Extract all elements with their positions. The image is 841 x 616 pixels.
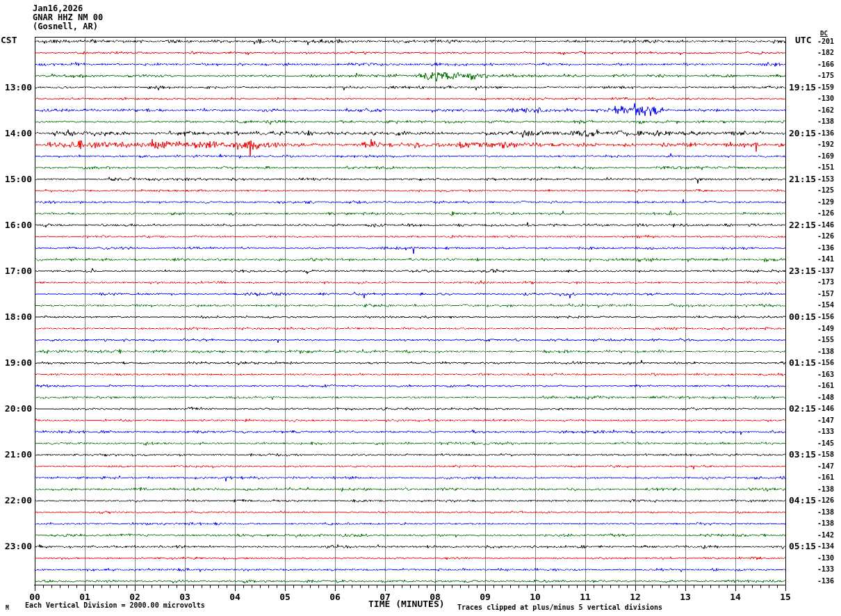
dc-offset-value: -125 bbox=[817, 187, 834, 194]
utc-hour-label: 04:15 bbox=[789, 496, 816, 505]
dc-offset-value: -126 bbox=[817, 497, 834, 504]
cst-hour-label: 22:00 bbox=[0, 496, 32, 505]
cst-hour-label: 15:00 bbox=[0, 175, 32, 184]
dc-offset-value: -136 bbox=[817, 245, 834, 252]
cst-hour-label: 17:00 bbox=[0, 266, 32, 275]
dc-offset-value: -156 bbox=[817, 314, 834, 321]
cst-hour-label: 13:00 bbox=[0, 83, 32, 92]
utc-hour-label: 19:15 bbox=[789, 83, 816, 92]
dc-offset-value: -129 bbox=[817, 199, 834, 206]
dc-offset-value: -133 bbox=[817, 566, 834, 573]
cst-hour-label: 21:00 bbox=[0, 450, 32, 459]
scale-note: Each Vertical Division = 2000.00 microvo… bbox=[25, 602, 205, 609]
minute-tick-label: 08 bbox=[424, 592, 446, 601]
dc-offset-value: -138 bbox=[817, 118, 834, 125]
dc-offset-value: -151 bbox=[817, 164, 834, 171]
dc-offset-value: -136 bbox=[817, 130, 834, 137]
minute-tick-label: 15 bbox=[774, 592, 797, 601]
dc-offset-value: -145 bbox=[817, 440, 834, 447]
minute-tick-label: 02 bbox=[124, 592, 146, 601]
dc-offset-value: -173 bbox=[817, 279, 834, 286]
title-station: GNAR HHZ NM 00 bbox=[33, 13, 103, 22]
minute-tick-label: 11 bbox=[574, 592, 596, 601]
seismogram-canvas bbox=[0, 0, 841, 616]
minute-tick-label: 09 bbox=[474, 592, 496, 601]
dc-offset-value: -156 bbox=[817, 359, 834, 366]
cst-hour-label: 14:00 bbox=[0, 129, 32, 138]
dc-offset-value: -161 bbox=[817, 382, 834, 389]
dc-offset-value: -163 bbox=[817, 371, 834, 378]
minute-tick-label: 03 bbox=[174, 592, 196, 601]
minute-tick-label: 13 bbox=[674, 592, 696, 601]
minute-tick-label: 10 bbox=[524, 592, 546, 601]
dc-offset-value: -155 bbox=[817, 337, 834, 343]
utc-hour-label: 23:15 bbox=[789, 266, 816, 275]
dc-offset-value: -138 bbox=[817, 520, 834, 527]
dc-offset-value: -182 bbox=[817, 49, 834, 56]
utc-hour-label: 21:15 bbox=[789, 175, 816, 184]
title-location: (Gosnell, AR) bbox=[33, 22, 98, 31]
dc-offset-value: -147 bbox=[817, 417, 834, 424]
dc-offset-value: -142 bbox=[817, 532, 834, 539]
corner-mark: M bbox=[6, 606, 9, 611]
dc-offset-value: -166 bbox=[817, 61, 834, 68]
dc-offset-value: -161 bbox=[817, 474, 834, 481]
utc-hour-label: 03:15 bbox=[789, 450, 816, 459]
dc-offset-value: -158 bbox=[817, 451, 834, 458]
minute-tick-label: 00 bbox=[24, 592, 46, 601]
utc-hour-label: 22:15 bbox=[789, 220, 816, 229]
minute-tick-label: 06 bbox=[324, 592, 346, 601]
dc-offset-value: -126 bbox=[817, 233, 834, 240]
dc-offset-value: -201 bbox=[817, 38, 834, 45]
utc-hour-label: 02:15 bbox=[789, 404, 816, 413]
dc-offset-value: -153 bbox=[817, 176, 834, 183]
helicorder-page: Jan16,2026 GNAR HHZ NM 00 (Gosnell, AR) … bbox=[0, 0, 841, 616]
utc-hour-label: 20:15 bbox=[789, 129, 816, 138]
dc-offset-value: -146 bbox=[817, 405, 834, 412]
title-date: Jan16,2026 bbox=[33, 4, 83, 13]
dc-offset-value: -147 bbox=[817, 463, 834, 470]
cst-hour-label: 19:00 bbox=[0, 358, 32, 367]
dc-offset-value: -148 bbox=[817, 394, 834, 401]
minute-tick-label: 07 bbox=[374, 592, 396, 601]
utc-hour-label: 00:15 bbox=[789, 312, 816, 321]
utc-hour-label: 05:15 bbox=[789, 542, 816, 551]
dc-column-header: DC bbox=[820, 31, 828, 37]
dc-offset-value: -136 bbox=[817, 578, 834, 585]
utc-axis-label: UTC bbox=[795, 35, 811, 44]
minute-tick-label: 12 bbox=[624, 592, 646, 601]
minute-tick-label: 05 bbox=[274, 592, 296, 601]
cst-hour-label: 20:00 bbox=[0, 404, 32, 413]
dc-offset-value: -126 bbox=[817, 210, 834, 217]
dc-offset-value: -162 bbox=[817, 107, 834, 114]
minute-tick-label: 04 bbox=[224, 592, 246, 601]
minute-tick-label: 01 bbox=[74, 592, 96, 601]
cst-hour-label: 16:00 bbox=[0, 220, 32, 229]
dc-offset-value: -154 bbox=[817, 302, 834, 309]
dc-offset-value: -149 bbox=[817, 325, 834, 332]
dc-offset-value: -192 bbox=[817, 141, 834, 148]
clip-note: Traces clipped at plus/minus 5 vertical … bbox=[457, 604, 662, 611]
dc-offset-value: -175 bbox=[817, 72, 834, 79]
dc-offset-value: -130 bbox=[817, 555, 834, 562]
dc-offset-value: -138 bbox=[817, 348, 834, 355]
cst-axis-label: CST bbox=[1, 35, 17, 44]
cst-hour-label: 23:00 bbox=[0, 542, 32, 551]
dc-offset-value: -133 bbox=[817, 428, 834, 435]
minute-tick-label: 14 bbox=[724, 592, 746, 601]
utc-hour-label: 01:15 bbox=[789, 358, 816, 367]
dc-offset-value: -157 bbox=[817, 291, 834, 298]
dc-offset-value: -169 bbox=[817, 153, 834, 160]
dc-offset-value: -130 bbox=[817, 95, 834, 102]
dc-offset-value: -141 bbox=[817, 256, 834, 263]
dc-offset-value: -134 bbox=[817, 543, 834, 550]
dc-offset-value: -146 bbox=[817, 222, 834, 229]
dc-offset-value: -138 bbox=[817, 509, 834, 516]
dc-offset-value: -138 bbox=[817, 486, 834, 493]
cst-hour-label: 18:00 bbox=[0, 312, 32, 321]
dc-offset-value: -137 bbox=[817, 268, 834, 275]
dc-offset-value: -159 bbox=[817, 84, 834, 91]
